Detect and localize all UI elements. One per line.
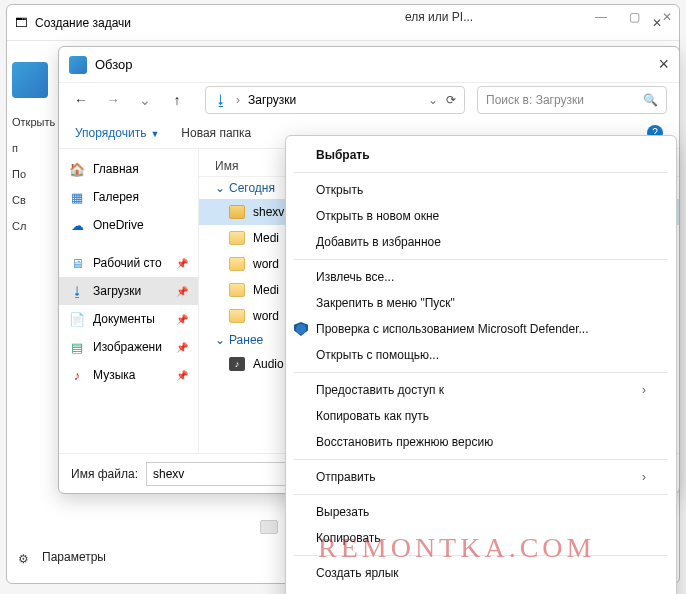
dialog-title: Обзор: [95, 57, 133, 72]
address-bar[interactable]: ⭳ › Загрузки ⌄ ⟳: [205, 86, 465, 114]
tree-item[interactable]: ⭳Загрузки📌: [59, 277, 198, 305]
forward-button[interactable]: →: [103, 92, 123, 108]
chevron-down-icon[interactable]: ⌄: [428, 93, 438, 107]
file-name: Medi: [253, 283, 279, 297]
refresh-button[interactable]: ⟳: [446, 93, 456, 107]
app-logo-icon: [12, 62, 48, 98]
menu-item[interactable]: Добавить в избранное: [286, 229, 676, 255]
parent-nav-item[interactable]: Открыть: [12, 116, 62, 128]
menu-item[interactable]: Проверка с использованием Microsoft Defe…: [286, 316, 676, 342]
file-name: Medi: [253, 231, 279, 245]
menu-item[interactable]: Копировать: [286, 525, 676, 551]
menu-item[interactable]: Выбрать: [286, 142, 676, 168]
chevron-down-icon: ▼: [150, 129, 159, 139]
pin-icon: 📌: [176, 370, 188, 381]
tree-label: OneDrive: [93, 218, 144, 232]
context-menu: ВыбратьОткрытьОткрыть в новом окнеДобави…: [285, 135, 677, 594]
dialog-titlebar: Обзор ×: [59, 47, 679, 83]
params-label[interactable]: Параметры: [42, 550, 106, 564]
menu-item[interactable]: Открыть с помощью...: [286, 342, 676, 368]
menu-separator: [294, 172, 668, 173]
menu-separator: [294, 259, 668, 260]
tree-label: Рабочий сто: [93, 256, 162, 270]
menu-label: Создать ярлык: [316, 566, 399, 580]
tree-label: Галерея: [93, 190, 139, 204]
parent-sidebar: ОткрытьпПоСвСл: [12, 62, 62, 246]
menu-item[interactable]: Извлечь все...: [286, 264, 676, 290]
menu-separator: [294, 494, 668, 495]
organize-menu[interactable]: Упорядочить▼: [75, 126, 159, 140]
maximize-button[interactable]: ▢: [629, 10, 640, 24]
back-button[interactable]: ←: [71, 92, 91, 108]
minimize-button[interactable]: —: [595, 10, 607, 24]
parent-nav-item[interactable]: По: [12, 168, 62, 180]
menu-item[interactable]: Восстановить прежнюю версию: [286, 429, 676, 455]
tree-item[interactable]: 📄Документы📌: [59, 305, 198, 333]
tree-item[interactable]: ♪Музыка📌: [59, 361, 198, 389]
nav-tree: 🏠Главная▦Галерея☁OneDrive🖥Рабочий сто📌⭳З…: [59, 149, 199, 453]
parent-titlebar: 🗔 Создание задачи ✕: [7, 5, 679, 41]
menu-item[interactable]: Вырезать: [286, 499, 676, 525]
search-placeholder: Поиск в: Загрузки: [486, 93, 584, 107]
menu-item[interactable]: Создать ярлык: [286, 560, 676, 586]
file-name: word: [253, 309, 279, 323]
menu-item[interactable]: Открыть: [286, 177, 676, 203]
recent-dropdown[interactable]: ⌄: [135, 92, 155, 108]
breadcrumb[interactable]: Загрузки: [248, 93, 296, 107]
window-controls: — ▢ ✕: [595, 10, 672, 24]
pin-icon: 📌: [176, 286, 188, 297]
mus-icon: ♪: [69, 367, 85, 383]
tree-item[interactable]: 🏠Главная: [59, 155, 198, 183]
nav-bar: ← → ⌄ ↑ ⭳ › Загрузки ⌄ ⟳ Поиск в: Загруз…: [59, 83, 679, 117]
dialog-close-button[interactable]: ×: [658, 54, 669, 75]
fld-icon: [229, 231, 245, 245]
chevron-right-icon: ›: [642, 470, 646, 484]
menu-label: Добавить в избранное: [316, 235, 441, 249]
parent-nav-item[interactable]: Св: [12, 194, 62, 206]
menu-label: Закрепить в меню "Пуск": [316, 296, 455, 310]
breadcrumb-sep: ›: [236, 93, 240, 107]
menu-item[interactable]: Закрепить в меню "Пуск": [286, 290, 676, 316]
menu-item[interactable]: Предоставить доступ к›: [286, 377, 676, 403]
doc-icon: 📄: [69, 311, 85, 327]
parent-nav-item[interactable]: Сл: [12, 220, 62, 232]
file-name: word: [253, 257, 279, 271]
up-button[interactable]: ↑: [167, 92, 187, 108]
tree-item[interactable]: ▦Галерея: [59, 183, 198, 211]
img-icon: ▤: [69, 339, 85, 355]
tree-item[interactable]: ▤Изображени📌: [59, 333, 198, 361]
menu-label: Открыть с помощью...: [316, 348, 439, 362]
fld-icon: [229, 283, 245, 297]
menu-label: Извлечь все...: [316, 270, 394, 284]
dialog-icon: [69, 56, 87, 74]
tree-label: Главная: [93, 162, 139, 176]
filename-label: Имя файла:: [71, 467, 138, 481]
tree-item[interactable]: ☁OneDrive: [59, 211, 198, 239]
pin-icon: 📌: [176, 258, 188, 269]
menu-item[interactable]: Удалить: [286, 586, 676, 594]
aud-icon: ♪: [229, 357, 245, 371]
menu-item[interactable]: Открыть в новом окне: [286, 203, 676, 229]
menu-separator: [294, 459, 668, 460]
tree-label: Изображени: [93, 340, 162, 354]
search-input[interactable]: Поиск в: Загрузки 🔍: [477, 86, 667, 114]
menu-separator: [294, 555, 668, 556]
dl-icon: ⭳: [69, 283, 85, 299]
menu-item[interactable]: Копировать как путь: [286, 403, 676, 429]
menu-label: Проверка с использованием Microsoft Defe…: [316, 322, 589, 336]
gear-icon[interactable]: ⚙: [18, 552, 29, 566]
file-name: Audio: [253, 357, 284, 371]
file-name: shexv: [253, 205, 284, 219]
fld-icon: [229, 309, 245, 323]
download-icon: ⭳: [214, 92, 228, 108]
new-folder-button[interactable]: Новая папка: [181, 126, 251, 140]
parent-nav-item[interactable]: п: [12, 142, 62, 154]
menu-item[interactable]: Отправить›: [286, 464, 676, 490]
desk-icon: 🖥: [69, 255, 85, 271]
tree-label: Музыка: [93, 368, 135, 382]
od-icon: ☁: [69, 217, 85, 233]
tree-item[interactable]: 🖥Рабочий сто📌: [59, 249, 198, 277]
menu-label: Предоставить доступ к: [316, 383, 444, 397]
close-button[interactable]: ✕: [662, 10, 672, 24]
chip-icon: [260, 520, 278, 534]
